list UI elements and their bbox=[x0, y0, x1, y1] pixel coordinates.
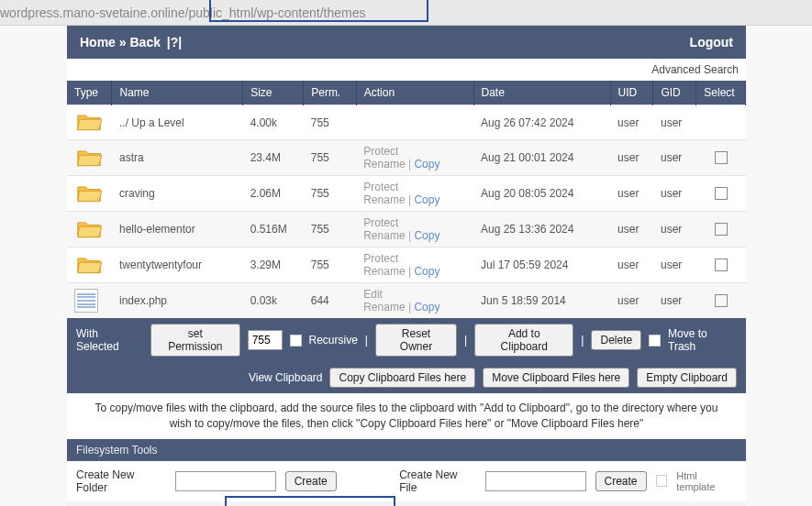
uid-cell: user bbox=[610, 212, 653, 248]
file-manager-panel: Home » Back |?| Logout Advanced Search T… bbox=[67, 26, 746, 506]
gid-cell: user bbox=[653, 176, 696, 212]
perm-cell: 755 bbox=[304, 248, 357, 283]
rename-link[interactable]: Rename bbox=[363, 193, 405, 206]
file-name-link[interactable]: ../ Up a Level bbox=[119, 116, 184, 129]
perm-cell: 755 bbox=[304, 212, 357, 248]
file-name-link[interactable]: craving bbox=[119, 187, 155, 200]
create-file-button[interactable]: Create bbox=[595, 471, 647, 491]
uid-cell: user bbox=[610, 283, 653, 319]
move-clipboard-here-button[interactable]: Move Clipboard Files here bbox=[483, 368, 629, 388]
date-cell: Jul 17 05:59 2024 bbox=[473, 248, 610, 283]
edit-link[interactable]: Edit bbox=[363, 288, 383, 301]
row-checkbox[interactable] bbox=[715, 151, 728, 164]
copy-link[interactable]: Copy bbox=[414, 265, 439, 278]
size-cell: 3.29M bbox=[243, 248, 304, 283]
table-row: astra23.4M755ProtectRename | CopyAug 21 … bbox=[67, 140, 746, 176]
row-checkbox[interactable] bbox=[715, 223, 728, 236]
advanced-search-link[interactable]: Advanced Search bbox=[67, 59, 746, 81]
view-clipboard-link[interactable]: View Clipboard bbox=[249, 371, 323, 384]
date-cell: Aug 20 08:05 2024 bbox=[473, 176, 610, 212]
gid-cell: user bbox=[653, 283, 696, 319]
create-folder-button[interactable]: Create bbox=[285, 471, 337, 491]
row-checkbox[interactable] bbox=[715, 187, 728, 200]
table-row: index.php0.03k644EditRename | CopyJun 5 … bbox=[67, 283, 746, 319]
col-uid[interactable]: UID bbox=[610, 81, 653, 105]
clipboard-hint: To copy/move files with the clipboard, a… bbox=[67, 393, 746, 439]
table-row: hello-elementor0.516M755ProtectRename | … bbox=[67, 212, 746, 248]
row-checkbox[interactable] bbox=[715, 258, 728, 271]
files-table: Type Name Size Perm. Action Date UID GID… bbox=[67, 81, 746, 318]
row-checkbox[interactable] bbox=[715, 294, 728, 307]
col-perm[interactable]: Perm. bbox=[304, 81, 357, 105]
copy-link[interactable]: Copy bbox=[414, 158, 439, 170]
protect-link[interactable]: Protect bbox=[363, 252, 398, 265]
delete-button[interactable]: Delete bbox=[591, 330, 641, 350]
selection-toolbar: With Selected set Permission Recursive |… bbox=[67, 318, 746, 362]
gid-cell: user bbox=[653, 105, 696, 140]
size-cell: 4.00k bbox=[243, 105, 304, 140]
col-size[interactable]: Size bbox=[243, 81, 304, 105]
create-folder-input[interactable] bbox=[175, 471, 276, 491]
logout-link[interactable]: Logout bbox=[690, 35, 733, 50]
upload-row: Upload files to current directory ( /dom… bbox=[67, 501, 746, 506]
date-cell: Aug 25 13:36 2024 bbox=[473, 212, 610, 248]
add-to-clipboard-button[interactable]: Add to Clipboard bbox=[474, 324, 573, 357]
rename-link[interactable]: Rename bbox=[363, 229, 405, 242]
col-gid[interactable]: GID bbox=[653, 81, 696, 105]
file-icon bbox=[74, 289, 98, 313]
rename-link[interactable]: Rename bbox=[363, 158, 405, 170]
size-cell: 23.4M bbox=[243, 140, 304, 176]
table-row: twentytwentyfour3.29M755ProtectRename | … bbox=[67, 248, 746, 283]
perm-cell: 755 bbox=[304, 105, 357, 140]
reset-owner-button[interactable]: Reset Owner bbox=[375, 324, 457, 357]
home-link[interactable]: Home bbox=[80, 35, 116, 50]
nav-sep: » bbox=[119, 35, 130, 50]
help-link[interactable]: |?| bbox=[167, 35, 182, 50]
recursive-checkbox[interactable] bbox=[290, 335, 302, 346]
protect-link[interactable]: Protect bbox=[363, 181, 398, 193]
uid-cell: user bbox=[610, 105, 653, 140]
gid-cell: user bbox=[653, 212, 696, 248]
file-name-link[interactable]: astra bbox=[119, 151, 144, 164]
date-cell: Aug 21 00:01 2024 bbox=[473, 140, 610, 176]
rename-link[interactable]: Rename bbox=[363, 265, 405, 278]
folder-icon bbox=[76, 253, 102, 275]
copy-link[interactable]: Copy bbox=[414, 301, 439, 314]
perm-cell: 644 bbox=[304, 283, 357, 319]
gid-cell: user bbox=[653, 248, 696, 283]
protect-link[interactable]: Protect bbox=[363, 216, 398, 229]
file-name-link[interactable]: twentytwentyfour bbox=[119, 258, 202, 271]
move-to-trash-label: Move to Trash bbox=[668, 327, 737, 353]
copy-clipboard-here-button[interactable]: Copy Clipboard Files here bbox=[329, 368, 475, 388]
address-bar: wordpress.mano-svetaine.online/public_ht… bbox=[0, 0, 812, 26]
empty-clipboard-button[interactable]: Empty Clipboard bbox=[637, 368, 737, 388]
col-name[interactable]: Name bbox=[112, 81, 243, 105]
create-file-label: Create New File bbox=[399, 468, 475, 494]
create-file-input[interactable] bbox=[485, 471, 586, 491]
col-action: Action bbox=[356, 81, 473, 105]
col-date[interactable]: Date bbox=[473, 81, 610, 105]
html-template-checkbox[interactable] bbox=[656, 475, 668, 487]
set-permission-button[interactable]: set Permission bbox=[150, 324, 240, 357]
size-cell: 0.03k bbox=[243, 283, 304, 319]
file-name-link[interactable]: index.php bbox=[119, 294, 167, 307]
perm-cell: 755 bbox=[304, 140, 357, 176]
uid-cell: user bbox=[610, 248, 653, 283]
recursive-label: Recursive bbox=[309, 334, 358, 346]
copy-link[interactable]: Copy bbox=[414, 229, 439, 242]
copy-link[interactable]: Copy bbox=[414, 193, 439, 206]
move-to-trash-checkbox[interactable] bbox=[649, 335, 661, 346]
protect-link[interactable]: Protect bbox=[363, 145, 398, 158]
permission-input[interactable] bbox=[248, 330, 283, 350]
file-name-link[interactable]: hello-elementor bbox=[119, 223, 195, 236]
perm-cell: 755 bbox=[304, 176, 357, 212]
table-header-row: Type Name Size Perm. Action Date UID GID… bbox=[67, 81, 746, 105]
date-cell: Aug 26 07:42 2024 bbox=[473, 105, 610, 140]
back-link[interactable]: Back bbox=[129, 35, 160, 50]
col-select[interactable]: Select bbox=[696, 81, 746, 105]
folder-icon bbox=[76, 146, 102, 168]
col-type[interactable]: Type bbox=[67, 81, 112, 105]
address-bar-path: wordpress.mano-svetaine.online/public_ht… bbox=[0, 6, 365, 20]
uid-cell: user bbox=[610, 140, 653, 176]
rename-link[interactable]: Rename bbox=[363, 301, 405, 314]
